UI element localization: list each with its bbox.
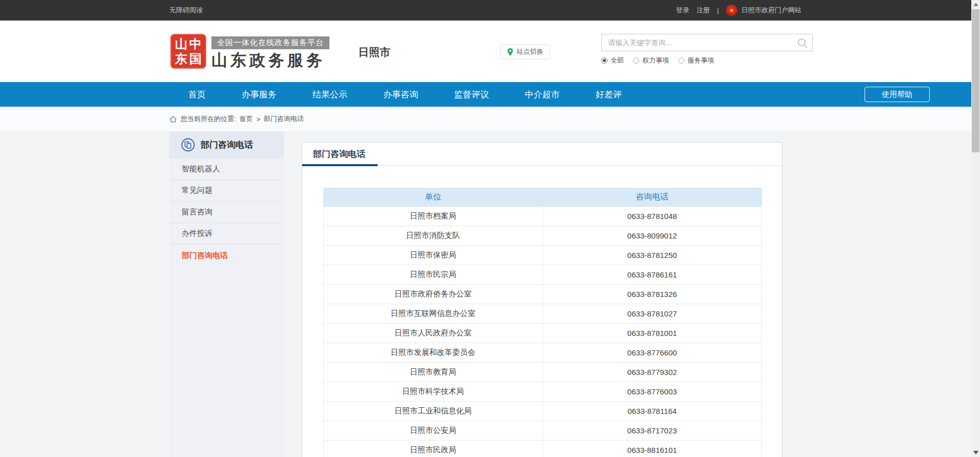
phone-column-header[interactable]: 咨询电话 xyxy=(543,188,762,207)
sidebar-title: 部门咨询电话 xyxy=(201,139,253,151)
main-panel: 部门咨询电话 单位 咨询电话 日照市档案局 0633-8781048 xyxy=(302,142,782,457)
portal-link[interactable]: ★ 日照市政府门户网站 xyxy=(726,5,801,16)
national-emblem-icon: ★ xyxy=(726,5,737,16)
unit-cell: 日照市科学技术局 xyxy=(324,382,543,402)
sidebar-menu-item[interactable]: 智能机器人 xyxy=(169,158,284,180)
phone-cell: 0633-8781250 xyxy=(543,246,762,265)
nav-item[interactable]: 结果公示 xyxy=(312,89,347,101)
table-row: 日照市民宗局 0633-8786161 xyxy=(324,265,762,285)
login-link[interactable]: 登录 xyxy=(676,6,690,15)
breadcrumb-prefix: 您当前所在的位置: xyxy=(181,114,236,124)
unit-cell: 日照市政府侨务办公室 xyxy=(324,285,543,304)
unit-cell: 日照市民政局 xyxy=(324,441,543,457)
site-title[interactable]: 山东政务服务 xyxy=(211,50,325,71)
phone-cell: 0633-8781027 xyxy=(543,304,762,324)
nav-item[interactable]: 办事服务 xyxy=(242,89,277,101)
table-row: 日照市民政局 0633-8816101 xyxy=(324,441,762,457)
seal-character: 中 xyxy=(189,38,202,50)
shandong-seal-logo[interactable]: 山中东国 xyxy=(170,34,206,69)
breadcrumb-home-link[interactable]: 首页 xyxy=(240,114,253,124)
help-button[interactable]: 使用帮助 xyxy=(865,87,930,102)
radio-icon xyxy=(678,57,684,64)
seal-character: 山 xyxy=(175,38,187,50)
table-row: 日照市公安局 0633-8717023 xyxy=(324,421,762,441)
table-row: 日照市人民政府办公室 0633-8781001 xyxy=(324,324,762,343)
sidebar-menu-item[interactable]: 留言咨询 xyxy=(169,202,284,223)
unit-cell: 日照市民宗局 xyxy=(324,265,543,285)
nav-item[interactable]: 监督评议 xyxy=(454,89,489,101)
unit-column-header[interactable]: 单位 xyxy=(324,188,543,207)
phone-table: 单位 咨询电话 日照市档案局 0633-8781048 日照市消防支队 0633… xyxy=(323,188,762,457)
table-header-row: 单位 咨询电话 xyxy=(324,188,762,207)
unit-cell: 日照市消防支队 xyxy=(324,226,543,246)
phone-cell: 0633-8099012 xyxy=(543,226,762,246)
topbar-divider: | xyxy=(717,7,719,14)
unit-cell: 日照市保密局 xyxy=(324,246,543,265)
unit-cell: 日照市公安局 xyxy=(324,421,543,441)
phone-cell: 0633-8816101 xyxy=(543,441,762,457)
nav-item[interactable]: 办事咨询 xyxy=(383,89,418,101)
breadcrumb-current: 部门咨询电话 xyxy=(264,114,304,124)
unit-cell: 日照市人民政府办公室 xyxy=(324,324,543,343)
unit-cell: 日照市教育局 xyxy=(324,363,543,382)
accessibility-link[interactable]: 无障碍阅读 xyxy=(169,6,203,15)
radio-icon xyxy=(601,57,607,64)
search-filter-label: 权力事项 xyxy=(642,56,669,65)
phone-cell: 0633-8781048 xyxy=(543,207,762,226)
table-row: 日照市档案局 0633-8781048 xyxy=(324,207,762,226)
location-pin-icon xyxy=(507,48,514,56)
table-row: 日照市教育局 0633-8779302 xyxy=(324,363,762,382)
search-filter-label: 全部 xyxy=(611,56,624,65)
platform-banner: 全国一体化在线政务服务平台 xyxy=(211,36,329,49)
main-navigation: 首页办事服务结果公示办事咨询监督评议中介超市好差评 使用帮助 xyxy=(0,82,980,107)
search-filter-group: 全部 权力事项 服务事项 xyxy=(601,56,813,65)
register-link[interactable]: 注册 xyxy=(697,6,710,15)
scroll-up-arrow-icon[interactable] xyxy=(973,3,978,6)
sidebar-menu-item[interactable]: 常见问题 xyxy=(169,180,284,202)
phone-cell: 0633-8717023 xyxy=(543,421,762,441)
scrollbar-thumb[interactable] xyxy=(972,9,979,152)
search-input[interactable] xyxy=(602,34,812,51)
search-box xyxy=(601,34,813,51)
site-header: 山中东国 全国一体化在线政务服务平台 山东政务服务 日照市 站点切换 xyxy=(0,21,980,82)
unit-cell: 日照市工业和信息化局 xyxy=(324,402,543,421)
unit-cell: 日照市发展和改革委员会 xyxy=(324,343,543,363)
table-row: 日照市互联网信息办公室 0633-8781027 xyxy=(324,304,762,324)
sidebar-menu-item[interactable]: 办件投诉 xyxy=(169,223,284,245)
tab-department-phones[interactable]: 部门咨询电话 xyxy=(313,143,365,166)
document-icon xyxy=(181,138,195,152)
seal-character: 东 xyxy=(175,53,187,65)
search-filter-option[interactable]: 权力事项 xyxy=(633,56,669,65)
phone-cell: 0633-8776003 xyxy=(543,382,762,402)
phone-cell: 0633-8781326 xyxy=(543,285,762,304)
radio-icon xyxy=(633,57,639,64)
site-switch-label: 站点切换 xyxy=(517,47,543,56)
nav-item[interactable]: 好差评 xyxy=(596,89,622,101)
portal-link-label: 日照市政府门户网站 xyxy=(741,6,801,15)
city-name: 日照市 xyxy=(358,45,390,59)
phone-cell: 0633-8786161 xyxy=(543,265,762,285)
phone-cell: 0633-8776600 xyxy=(543,343,762,363)
table-row: 日照市政府侨务办公室 0633-8781326 xyxy=(324,285,762,304)
search-filter-label: 服务事项 xyxy=(688,56,714,65)
vertical-scrollbar[interactable] xyxy=(971,0,980,457)
phone-cell: 0633-8779302 xyxy=(543,363,762,382)
nav-item[interactable]: 首页 xyxy=(188,89,206,101)
search-filter-option[interactable]: 服务事项 xyxy=(678,56,714,65)
sidebar-menu: 智能机器人常见问题留言咨询办件投诉部门咨询电话 xyxy=(169,158,284,266)
tab-bar: 部门咨询电话 xyxy=(302,143,782,166)
scroll-down-arrow-icon[interactable] xyxy=(973,451,978,454)
breadcrumb: 您当前所在的位置: 首页 > 部门咨询电话 xyxy=(0,107,980,131)
home-icon xyxy=(169,115,177,123)
sidebar-menu-item[interactable]: 部门咨询电话 xyxy=(169,245,284,266)
search-filter-option[interactable]: 全部 xyxy=(601,56,624,65)
search-icon[interactable] xyxy=(797,37,808,49)
unit-cell: 日照市互联网信息办公室 xyxy=(324,304,543,324)
unit-cell: 日照市档案局 xyxy=(324,207,543,226)
nav-item[interactable]: 中介超市 xyxy=(525,89,560,101)
top-utility-bar: 无障碍阅读 登录 注册 | ★ 日照市政府门户网站 xyxy=(0,0,980,21)
sidebar: 部门咨询电话 智能机器人常见问题留言咨询办件投诉部门咨询电话 xyxy=(169,131,284,457)
phone-cell: 0633-8781164 xyxy=(543,402,762,421)
site-switch-button[interactable]: 站点切换 xyxy=(500,44,550,59)
breadcrumb-separator: > xyxy=(257,115,261,123)
